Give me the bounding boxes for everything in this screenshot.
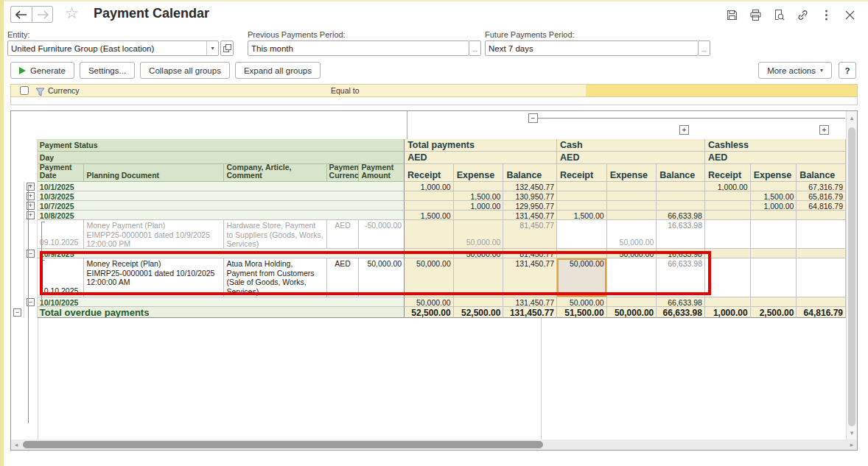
vertical-scroll-thumb[interactable]: [848, 127, 855, 426]
cell-cash-balance[interactable]: 66,633.98: [657, 258, 705, 297]
cell-total-expense[interactable]: 1,500.00: [454, 191, 504, 201]
settings-button[interactable]: Settings...: [80, 62, 135, 79]
cell-total-receipt[interactable]: [405, 249, 454, 258]
entity-dropdown-icon[interactable]: ▾: [206, 41, 218, 55]
cell-cashless-receipt[interactable]: [705, 297, 751, 307]
cell-total-expense[interactable]: 50,000.00: [454, 220, 504, 249]
cell-total-balance[interactable]: 131,450.77: [503, 211, 557, 220]
cell-cashless-expense[interactable]: 1,000.00: [751, 201, 797, 211]
cell-cash-receipt[interactable]: 1,500.00: [557, 211, 607, 220]
cell-cash-expense[interactable]: 50,000.00: [607, 220, 657, 249]
total-cashless-expense[interactable]: 2,500.00: [751, 307, 797, 318]
detail-company-cell[interactable]: Hardware Store, Payment to Suppliers (Go…: [224, 220, 326, 249]
cell-total-receipt[interactable]: [405, 201, 454, 211]
more-actions-button[interactable]: More actions ▾: [758, 62, 832, 79]
print-preview-button[interactable]: [772, 8, 785, 21]
previous-period-input[interactable]: [248, 40, 469, 56]
filter-value-field[interactable]: [586, 85, 857, 96]
detail-currency-cell[interactable]: AED: [327, 258, 360, 297]
cell-cash-balance[interactable]: 16,633.98: [657, 249, 705, 258]
future-period-input[interactable]: [485, 40, 699, 56]
cell-total-expense[interactable]: [454, 182, 504, 191]
date-cell[interactable]: 10/7/2025: [38, 201, 405, 211]
more-menu-button[interactable]: [819, 8, 833, 21]
date-cell[interactable]: 10/8/2025: [38, 211, 405, 220]
save-button[interactable]: [725, 8, 738, 21]
detail-document-cell[interactable]: Money Payment (Plan) EIMPP25-0000001 dat…: [84, 220, 224, 249]
detail-document-cell[interactable]: Money Receipt (Plan) EIMRP25-0000001 dat…: [84, 258, 224, 297]
cell-cash-expense[interactable]: [607, 258, 657, 297]
cell-total-balance[interactable]: 81,450.77: [503, 220, 557, 249]
cell-cash-receipt[interactable]: [557, 191, 607, 201]
cell-cash-balance[interactable]: 66,633.98: [657, 211, 705, 220]
cell-total-expense[interactable]: [454, 297, 504, 307]
cell-cash-balance[interactable]: 16,633.98: [657, 220, 705, 249]
cell-total-receipt[interactable]: [405, 191, 454, 201]
cell-cash-balance[interactable]: [657, 201, 705, 211]
cell-total-receipt[interactable]: 50,000.00: [405, 258, 454, 297]
group-expand-box-cashless[interactable]: +: [819, 125, 829, 135]
cell-cashless-expense[interactable]: [751, 249, 797, 258]
generate-button[interactable]: Generate: [10, 62, 74, 79]
detail-amount-cell[interactable]: -50,000.00: [359, 220, 405, 249]
scroll-up-icon[interactable]: ▴: [847, 113, 857, 123]
detail-date-cell[interactable]: 10.10.2025: [38, 258, 85, 297]
cell-cashless-balance[interactable]: [797, 220, 846, 249]
detail-amount-cell[interactable]: 50,000.00: [359, 258, 405, 297]
cell-cashless-balance[interactable]: [797, 211, 846, 220]
cell-cashless-receipt[interactable]: [705, 258, 751, 297]
cell-cash-expense[interactable]: [607, 297, 657, 307]
total-cash-receipt[interactable]: 51,500.00: [557, 307, 607, 318]
scroll-right-icon[interactable]: ▸: [847, 439, 857, 450]
cell-total-expense[interactable]: [454, 211, 504, 220]
cell-cash-expense[interactable]: [607, 182, 657, 191]
cell-total-balance[interactable]: 81,450.77: [503, 249, 557, 258]
cell-total-expense[interactable]: 1,000.00: [454, 201, 504, 211]
total-expense[interactable]: 52,500.00: [454, 307, 504, 318]
cell-cash-balance[interactable]: [657, 191, 705, 201]
horizontal-scroll-thumb[interactable]: [23, 441, 543, 448]
cell-cash-expense[interactable]: [607, 211, 657, 220]
total-receipt[interactable]: 52,500.00: [405, 307, 454, 318]
date-cell[interactable]: 10/3/2025: [38, 191, 405, 201]
get-link-button[interactable]: [796, 8, 809, 21]
cell-cashless-balance[interactable]: 64,816.79: [797, 201, 846, 211]
vertical-scrollbar[interactable]: ▴ ▾: [846, 111, 857, 439]
cell-cashless-balance[interactable]: [797, 249, 846, 258]
cell-cashless-balance[interactable]: [797, 297, 846, 307]
cell-cash-balance[interactable]: [657, 182, 705, 191]
cell-total-balance[interactable]: 131,450.77: [503, 297, 557, 307]
cell-cash-receipt[interactable]: [557, 182, 607, 191]
entity-open-button[interactable]: [220, 40, 234, 56]
cell-cashless-receipt[interactable]: [705, 191, 751, 201]
cell-cash-receipt[interactable]: 50,000.00: [557, 297, 607, 307]
cell-cash-expense[interactable]: [607, 191, 657, 201]
filter-enabled-checkbox[interactable]: [20, 86, 29, 95]
entity-input[interactable]: [7, 40, 219, 56]
total-cash-balance[interactable]: 66,633.98: [657, 307, 705, 318]
date-cell[interactable]: 10/9/2025: [38, 249, 405, 258]
collapse-all-groups-button[interactable]: Collapse all groups: [140, 62, 230, 79]
cell-total-expense[interactable]: [454, 258, 504, 297]
cell-cashless-expense[interactable]: 1,500.00: [751, 191, 797, 201]
detail-company-cell[interactable]: Atua Mora Holding, Payment from Customer…: [224, 258, 326, 297]
total-cashless-receipt[interactable]: 1,000.00: [705, 307, 751, 318]
group-expand-box-cash[interactable]: +: [679, 125, 689, 135]
scroll-down-icon[interactable]: ▾: [847, 428, 857, 438]
cell-cashless-expense[interactable]: [751, 211, 797, 220]
cell-cashless-receipt[interactable]: 1,000.00: [705, 182, 751, 191]
cell-cash-expense[interactable]: [607, 201, 657, 211]
group-collapse-box[interactable]: −: [528, 113, 538, 123]
cell-total-receipt[interactable]: 50,000.00: [405, 297, 454, 307]
cell-total-balance[interactable]: 132,450.77: [503, 182, 557, 191]
cell-cashless-receipt[interactable]: [705, 249, 751, 258]
cell-cashless-expense[interactable]: [751, 297, 797, 307]
cell-total-balance[interactable]: 131,450.77: [503, 258, 557, 297]
date-cell[interactable]: 10/1/2025: [38, 182, 405, 191]
future-period-choose-button[interactable]: ...: [699, 40, 710, 56]
total-cash-expense[interactable]: 50,000.00: [607, 307, 657, 318]
detail-currency-cell[interactable]: AED: [327, 220, 360, 249]
total-cashless-balance[interactable]: 64,816.79: [797, 307, 846, 318]
total-overdue-label[interactable]: Total overdue payments: [38, 307, 405, 318]
back-button[interactable]: [10, 6, 32, 23]
